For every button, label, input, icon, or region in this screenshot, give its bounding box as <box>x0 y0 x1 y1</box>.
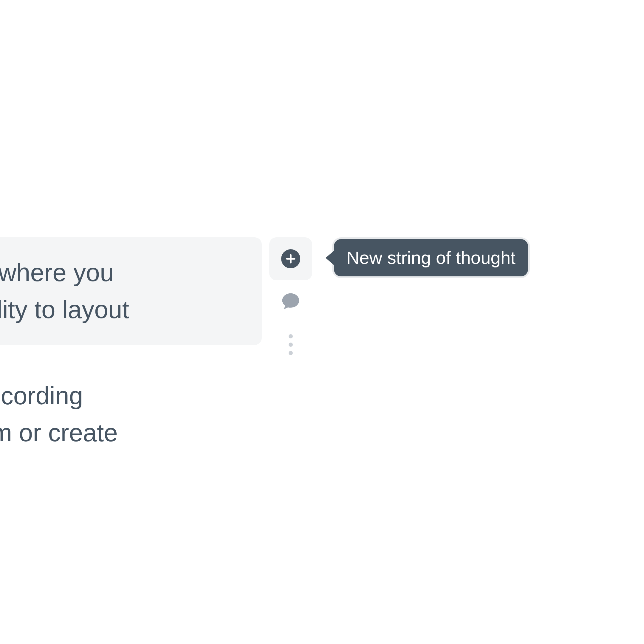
comment-button[interactable] <box>269 280 312 323</box>
action-toolbar <box>269 237 312 366</box>
plus-icon <box>281 249 300 268</box>
tooltip: New string of thought <box>334 239 528 276</box>
new-thought-button[interactable] <box>269 237 312 280</box>
text-line: ovide is recording <box>0 377 259 414</box>
text-line: top of them or create <box>0 414 259 451</box>
more-options-button[interactable] <box>269 323 312 366</box>
text-line: esearch where you <box>0 254 240 291</box>
comment-icon <box>280 291 301 312</box>
highlighted-text-block: esearch where you s the ability to layou… <box>0 237 262 345</box>
text-line: s the ability to layout <box>0 291 240 328</box>
more-vertical-icon <box>289 334 293 355</box>
tooltip-label: New string of thought <box>346 248 515 268</box>
body-text: ovide is recording top of them or create <box>0 377 259 451</box>
